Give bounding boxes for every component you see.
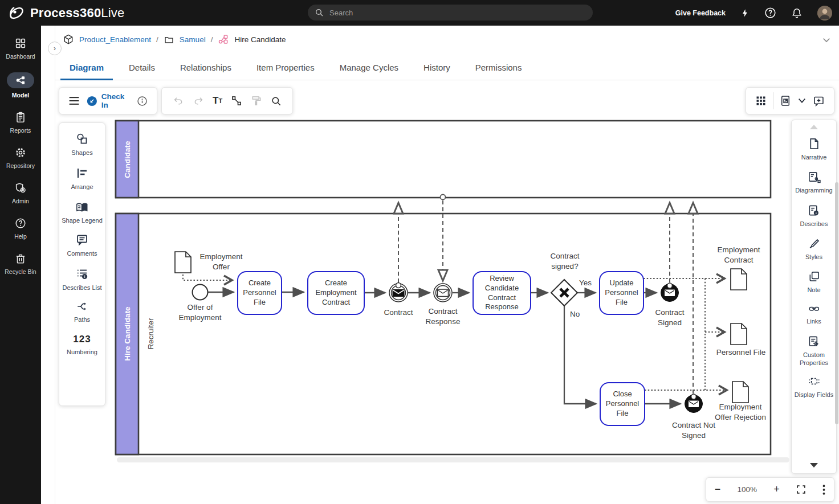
zoom-controls: − 100% + xyxy=(706,477,834,502)
panel-scroll-down-icon[interactable] xyxy=(810,463,818,468)
connector-tool-icon[interactable] xyxy=(231,95,242,106)
tab-diagram[interactable]: Diagram xyxy=(64,55,109,80)
tool-describes-list[interactable]: Describes List xyxy=(59,267,105,292)
sidebar-item-model[interactable]: Model xyxy=(0,72,41,99)
label-contract: Contract xyxy=(381,308,416,318)
app-logo[interactable]: Process360Live xyxy=(8,5,125,22)
zoom-out-button[interactable]: − xyxy=(715,483,721,495)
notifications-icon[interactable] xyxy=(791,7,803,19)
help-icon[interactable] xyxy=(764,7,776,19)
tool-numbering[interactable]: 123 Numbering xyxy=(59,334,105,356)
tool-label: Comments xyxy=(67,249,97,257)
tab-details[interactable]: Details xyxy=(123,55,161,80)
export-diagram-icon[interactable] xyxy=(780,95,791,107)
tool-shape-legend[interactable]: Shape Legend xyxy=(59,201,105,224)
repository-icon xyxy=(14,146,27,159)
text-tool-icon[interactable]: TT xyxy=(213,95,222,106)
sidebar-label: Model xyxy=(12,92,29,99)
tool-comments[interactable]: Comments xyxy=(59,233,105,257)
diagram-item-icon xyxy=(218,34,229,45)
tab-permissions[interactable]: Permissions xyxy=(470,55,528,80)
styles-icon xyxy=(808,237,821,250)
panel-label: Custom Properties xyxy=(792,351,836,367)
info-icon[interactable] xyxy=(137,96,148,106)
task-label-review-candidate-contract-response[interactable]: Review Candidate Contract Response xyxy=(473,272,531,314)
add-comment-icon[interactable] xyxy=(813,95,825,107)
check-in-button[interactable]: Check In xyxy=(87,92,130,109)
sidebar-item-recycle-bin[interactable]: Recycle Bin xyxy=(0,252,41,275)
panel-styles[interactable]: Styles xyxy=(792,237,836,261)
menu-icon[interactable] xyxy=(68,96,80,105)
task-label-create-employment-contract[interactable]: Create Employment Contract xyxy=(308,272,364,314)
tool-paths[interactable]: Paths xyxy=(59,300,105,323)
grid-view-icon[interactable] xyxy=(755,95,767,106)
label-contract-signed: Contract Signed xyxy=(646,308,694,327)
search-input[interactable] xyxy=(328,8,586,18)
panel-describes[interactable]: Describes xyxy=(792,204,836,228)
tab-item-properties[interactable]: Item Properties xyxy=(251,55,320,80)
top-bar: Process360Live Give Feedback xyxy=(0,0,839,26)
sidebar-item-repository[interactable]: Repository xyxy=(0,146,41,169)
more-options-icon[interactable] xyxy=(822,485,825,495)
panel-links[interactable]: Links xyxy=(792,303,836,325)
toolbar-divider xyxy=(773,92,773,109)
sidebar-item-reports[interactable]: Reports xyxy=(0,111,41,134)
fullscreen-icon[interactable] xyxy=(796,485,806,494)
panel-label: Diagramming xyxy=(795,186,832,194)
sidebar-label: Reports xyxy=(10,127,31,134)
search-icon xyxy=(315,8,324,17)
task-label-create-personnel-file[interactable]: Create Personnel File xyxy=(238,272,282,314)
sidebar-item-dashboard[interactable]: Dashboard xyxy=(0,37,41,60)
sidebar-label: Dashboard xyxy=(6,53,35,60)
panel-diagramming[interactable]: Diagramming xyxy=(792,170,836,194)
label-gateway-yes: Yes xyxy=(579,278,597,288)
redo-icon[interactable] xyxy=(193,96,204,106)
user-avatar[interactable] xyxy=(817,6,832,21)
export-options-chevron-icon[interactable] xyxy=(797,97,807,104)
tool-arrange[interactable]: Arrange xyxy=(59,166,105,191)
panel-note[interactable]: Note xyxy=(792,270,836,294)
sidebar-label: Repository xyxy=(6,162,35,169)
horizontal-scrollbar[interactable] xyxy=(117,457,789,462)
label-gateway-no: No xyxy=(570,309,588,319)
label-contract-response: Contract Response xyxy=(419,306,467,326)
primary-sidebar: Dashboard Model Reports Repository Admin xyxy=(0,26,41,504)
label-employment-offer-rejection: Employment Offer Rejection xyxy=(714,402,767,422)
label-employment-contract: Employment Contract xyxy=(712,245,765,265)
trash-icon xyxy=(14,252,27,265)
tool-label: Numbering xyxy=(67,348,97,356)
canvas-search-icon[interactable] xyxy=(271,96,282,106)
tool-shapes[interactable]: Shapes xyxy=(59,132,105,157)
panel-narrative[interactable]: Narrative xyxy=(792,137,836,161)
edit-toolbar: TT xyxy=(161,87,293,114)
label-personnel-file: Personnel File xyxy=(716,347,766,358)
undo-icon[interactable] xyxy=(173,96,184,106)
quick-actions-icon[interactable] xyxy=(740,7,750,19)
tab-relationships[interactable]: Relationships xyxy=(174,55,237,80)
task-label-update-personnel-file[interactable]: Update Personnel File xyxy=(600,272,643,314)
zoom-in-button[interactable]: + xyxy=(773,483,780,495)
tab-manage-cycles[interactable]: Manage Cycles xyxy=(334,55,404,80)
format-painter-icon[interactable] xyxy=(251,95,262,106)
model-cube-icon xyxy=(63,34,74,45)
comments-icon xyxy=(75,233,89,247)
panel-display-fields[interactable]: Display Fields xyxy=(792,375,836,399)
sidebar-item-help[interactable]: Help xyxy=(0,217,41,240)
breadcrumb-collapse-icon[interactable] xyxy=(822,37,831,44)
zoom-level[interactable]: 100% xyxy=(737,485,757,494)
vertical-scrollbar[interactable] xyxy=(835,182,838,424)
expand-panel-button[interactable]: › xyxy=(48,42,62,55)
tab-history[interactable]: History xyxy=(418,55,456,80)
give-feedback-button[interactable]: Give Feedback xyxy=(675,9,726,17)
paths-icon xyxy=(75,300,89,313)
breadcrumb-root-link[interactable]: Product_Enablement xyxy=(79,35,151,44)
breadcrumb-folder-link[interactable]: Samuel xyxy=(180,35,206,44)
arrange-icon xyxy=(75,166,89,180)
global-search[interactable] xyxy=(308,5,593,21)
panel-custom-properties[interactable]: Custom Properties xyxy=(792,335,836,367)
panel-label: Describes xyxy=(800,220,828,228)
panel-scroll-up-icon[interactable] xyxy=(810,125,818,129)
model-icon xyxy=(7,72,34,88)
sidebar-item-admin[interactable]: Admin xyxy=(0,182,41,204)
task-label-close-personnel-file[interactable]: Close Personnel File xyxy=(600,383,645,425)
